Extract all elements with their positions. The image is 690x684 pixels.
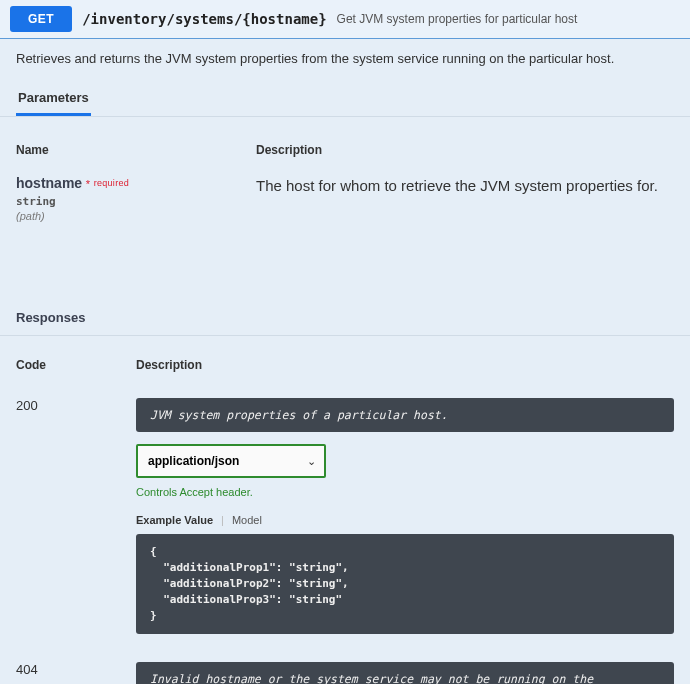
example-code-block: { "additionalProp1": "string", "addition… <box>136 534 674 634</box>
responses-table-head: Code Description <box>0 336 690 382</box>
http-method-badge: GET <box>10 6 72 32</box>
response-code: 404 <box>16 662 136 684</box>
media-type-select-wrap: application/json ⌄ <box>136 444 326 478</box>
endpoint-summary: Get JVM system properties for particular… <box>337 12 578 26</box>
tab-model[interactable]: Model <box>232 514 262 526</box>
required-star: * <box>86 178 90 190</box>
tab-separator: | <box>221 514 224 526</box>
parameters-table-head: Name Description <box>0 117 690 165</box>
tab-parameters[interactable]: Parameters <box>16 80 91 116</box>
parameter-type: string <box>16 195 256 208</box>
parameter-location: (path) <box>16 210 256 222</box>
accept-header-note: Controls Accept header. <box>136 486 674 498</box>
operation-header[interactable]: GET /inventory/systems/{hostname} Get JV… <box>0 0 690 39</box>
column-header-description: Description <box>136 358 674 372</box>
parameter-row: hostname * required string (path) The ho… <box>0 165 690 282</box>
section-tabs: Parameters <box>0 80 690 117</box>
response-row: 404 Invalid hostname or the system servi… <box>0 646 690 684</box>
column-header-description: Description <box>256 143 674 157</box>
example-tabs: Example Value | Model <box>136 514 674 526</box>
required-label: required <box>94 178 129 188</box>
tab-example-value[interactable]: Example Value <box>136 514 213 526</box>
media-type-select[interactable]: application/json <box>136 444 326 478</box>
response-code: 200 <box>16 398 136 634</box>
column-header-name: Name <box>16 143 256 157</box>
operation-description: Retrieves and returns the JVM system pro… <box>0 39 690 80</box>
responses-section-header: Responses <box>0 300 690 336</box>
endpoint-path: /inventory/systems/{hostname} <box>82 11 326 27</box>
response-row: 200 JVM system properties of a particula… <box>0 382 690 646</box>
response-description: JVM system properties of a particular ho… <box>136 398 674 432</box>
parameter-description: The host for whom to retrieve the JVM sy… <box>256 175 674 194</box>
response-description: Invalid hostname or the system service m… <box>136 662 674 684</box>
parameter-name: hostname <box>16 175 82 191</box>
column-header-code: Code <box>16 358 136 372</box>
